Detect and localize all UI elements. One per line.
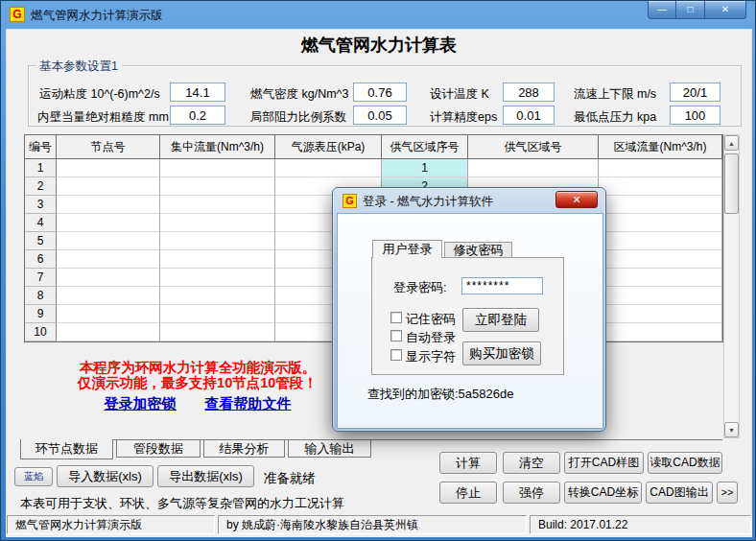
title-bar: G 燃气管网水力计算演示版 — □ ✕: [1, 1, 756, 29]
scroll-down-icon[interactable]: ▼: [724, 422, 739, 437]
password-label: 登录密码:: [393, 279, 447, 296]
clear-button[interactable]: 清空: [503, 452, 560, 474]
cell[interactable]: [468, 159, 599, 177]
cell[interactable]: [160, 232, 275, 250]
tab-ring-node-data[interactable]: 环节点数据: [20, 439, 113, 459]
dongle-found-text: 查找到的加密锁:5a5826de: [367, 386, 513, 403]
dialog-app-icon: G: [343, 194, 357, 208]
cell[interactable]: [599, 305, 722, 323]
cell[interactable]: [599, 323, 722, 341]
cell[interactable]: [57, 159, 160, 177]
param-input-gas-density[interactable]: [353, 82, 407, 102]
buy-dongle-button[interactable]: 购买加密锁: [462, 341, 541, 365]
cell[interactable]: [599, 287, 722, 305]
login-now-button[interactable]: 立即登陆: [462, 308, 539, 332]
param-label-local-resistance: 局部阻力比例系数: [250, 109, 346, 126]
tab-change-password[interactable]: 修改密码: [444, 242, 512, 258]
brand-button[interactable]: 蓝焰: [14, 467, 53, 486]
cell[interactable]: [599, 250, 722, 269]
export-xls-button[interactable]: 导出数据(xls): [157, 465, 254, 487]
param-input-viscosity[interactable]: [170, 82, 225, 102]
minimize-button[interactable]: —: [648, 1, 676, 19]
col-header-region-id: 供气区域号: [468, 135, 599, 159]
cell[interactable]: [599, 177, 722, 196]
cell[interactable]: [160, 305, 275, 323]
row-num-cell: 3: [25, 196, 57, 214]
tab-input-output[interactable]: 输入输出: [288, 439, 371, 458]
demo-notice: 本程序为环网水力计算全功能演示版。 仅演示功能，最多支持10节点10管段！: [35, 360, 361, 390]
scroll-up-icon[interactable]: ▲: [724, 135, 739, 151]
cell[interactable]: [57, 305, 160, 323]
login-dialog: G 登录 - 燃气水力计算软件 ✕ 用户登录 修改密码 登录密码: 记住密码 自…: [332, 187, 606, 432]
col-header-region-flow: 区域流量(Nm^3/h): [599, 135, 722, 159]
cell[interactable]: [57, 269, 160, 287]
row-num-cell: 9: [25, 305, 57, 323]
dialog-close-icon[interactable]: ✕: [555, 191, 598, 208]
cad-output-button[interactable]: CAD图输出: [646, 482, 713, 504]
demo-notice-line1: 本程序为环网水力计算全功能演示版。: [35, 360, 361, 375]
row-num-cell: 5: [25, 232, 57, 250]
cell[interactable]: [57, 250, 160, 269]
login-dongle-link[interactable]: 登录加密锁: [105, 395, 177, 413]
tab-pipe-data[interactable]: 管段数据: [116, 439, 201, 458]
cell[interactable]: [599, 232, 722, 250]
row-num-cell: 6: [25, 250, 57, 269]
status-bar: 燃气管网水力计算演示版 by 姚成蔚·海南陵水黎族自治县英州镇 Build: 2…: [6, 514, 752, 537]
dialog-client-area: 用户登录 修改密码 登录密码: 记住密码 自动登录 显示字符 立即登陆 购买加密…: [337, 213, 603, 429]
cell[interactable]: [599, 196, 722, 214]
cell[interactable]: [57, 232, 160, 250]
convert-cad-coords-button[interactable]: 转换CAD坐标: [564, 482, 642, 504]
grid-vertical-scrollbar[interactable]: ▲ ▼: [723, 134, 740, 438]
main-window: G 燃气管网水力计算演示版 — □ ✕ 燃气管网水力计算表 基本参数设置1 运动…: [0, 0, 756, 541]
cell[interactable]: [160, 287, 275, 305]
close-button[interactable]: ✕: [705, 1, 746, 19]
more-button[interactable]: >>: [717, 482, 738, 504]
import-xls-button[interactable]: 导入数据(xls): [57, 465, 154, 487]
help-file-link[interactable]: 查看帮助文件: [205, 395, 292, 413]
tab-result-analysis[interactable]: 结果分析: [203, 439, 285, 458]
cell[interactable]: [57, 177, 160, 196]
scroll-thumb[interactable]: [724, 153, 739, 214]
param-input-local-resistance[interactable]: [353, 106, 407, 125]
auto-login-label: 自动登录: [406, 329, 456, 346]
cell[interactable]: [599, 269, 722, 287]
cell[interactable]: [599, 214, 722, 232]
param-label-roughness: 内壁当量绝对粗糙度 mm: [37, 109, 169, 126]
show-chars-checkbox[interactable]: [390, 349, 402, 361]
param-input-velocity-limit[interactable]: [670, 82, 721, 102]
row-num-cell: 4: [25, 214, 57, 232]
cell[interactable]: [57, 287, 160, 305]
calculate-button[interactable]: 计算: [439, 452, 497, 474]
cell[interactable]: [599, 159, 722, 177]
param-label-velocity-limit: 流速上下限 m/s: [574, 86, 656, 103]
cell[interactable]: [160, 196, 275, 214]
cell[interactable]: [57, 214, 160, 232]
cell[interactable]: [160, 214, 275, 232]
param-input-min-pressure[interactable]: [670, 106, 721, 125]
cell[interactable]: [160, 323, 275, 341]
region-seq-cell[interactable]: 1: [382, 159, 468, 177]
param-label-viscosity: 运动粘度 10^(-6)m^2/s: [39, 86, 160, 103]
cell[interactable]: [160, 177, 275, 196]
remember-password-checkbox[interactable]: [390, 312, 402, 323]
tab-user-login[interactable]: 用户登录: [372, 240, 442, 258]
param-input-design-temp[interactable]: [503, 82, 555, 102]
cell[interactable]: [57, 323, 160, 341]
open-cad-sample-button[interactable]: 打开CAD样图: [564, 452, 644, 474]
read-cad-data-button[interactable]: 读取CAD数据: [648, 452, 722, 474]
cell[interactable]: [160, 250, 275, 269]
param-input-precision[interactable]: [503, 106, 555, 125]
param-input-roughness[interactable]: [170, 106, 225, 125]
cell[interactable]: [57, 196, 160, 214]
col-header-num: 编号: [25, 135, 57, 159]
cell[interactable]: [160, 159, 275, 177]
password-input[interactable]: [461, 277, 543, 294]
cell[interactable]: [275, 159, 382, 177]
cell[interactable]: [160, 269, 275, 287]
maximize-button[interactable]: □: [676, 1, 705, 19]
force-stop-button[interactable]: 强停: [503, 482, 560, 504]
param-label-precision: 计算精度eps: [430, 109, 497, 126]
ready-status-text: 准备就绪: [264, 470, 316, 487]
stop-button[interactable]: 停止: [439, 482, 497, 504]
auto-login-checkbox[interactable]: [390, 330, 402, 341]
